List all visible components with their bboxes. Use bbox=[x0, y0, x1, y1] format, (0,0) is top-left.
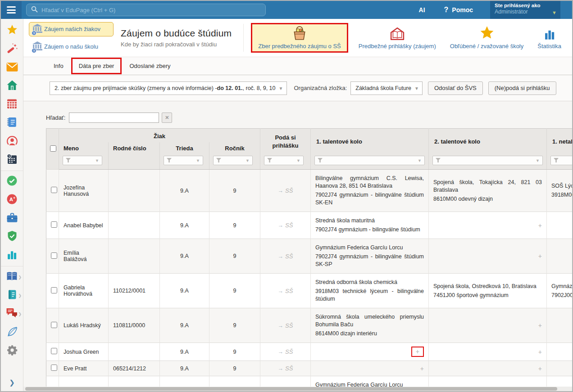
horizontal-scrollbar[interactable] bbox=[23, 387, 572, 391]
round1-cell[interactable]: Súkromná škola umeleckého priemyslu Bohu… bbox=[311, 308, 429, 343]
add-school-button[interactable]: + bbox=[538, 348, 542, 356]
module-toolbar: 9 Záujem našich žiakov 9 Záujem o našu š… bbox=[23, 19, 572, 57]
sidebar-item-briefcase[interactable] bbox=[1, 209, 23, 228]
row-checkbox[interactable] bbox=[51, 221, 57, 228]
filter-trieda[interactable]: ▼ bbox=[164, 156, 203, 165]
round2-cell[interactable]: + bbox=[429, 343, 547, 361]
sidebar-item-wand[interactable] bbox=[1, 40, 23, 59]
add-school-button[interactable]: + bbox=[538, 365, 542, 372]
submenu-chevron-icon: ❯ bbox=[18, 293, 22, 298]
round2-cell[interactable]: + bbox=[429, 308, 547, 343]
row-checkbox[interactable] bbox=[51, 252, 57, 259]
filter-poda[interactable]: ▼ bbox=[264, 156, 304, 165]
ai-button[interactable]: AI bbox=[419, 6, 425, 14]
sidebar-item-gear[interactable] bbox=[1, 342, 23, 360]
row-checkbox-cell bbox=[46, 239, 59, 274]
sidebar-item-library[interactable]: ❯ bbox=[1, 268, 23, 286]
round1-cell[interactable]: Bilingválne gymnázium C.S. Lewisa, Haano… bbox=[311, 170, 429, 212]
add-school-button[interactable]: + bbox=[538, 322, 542, 329]
add-school-button[interactable]: + bbox=[538, 222, 542, 229]
sidebar-item-home[interactable] bbox=[1, 77, 23, 95]
sidebar-item-mail[interactable] bbox=[1, 59, 23, 77]
toggle-application-button[interactable]: (Ne)podá si prihlášku bbox=[488, 81, 556, 95]
round2-cell[interactable]: + bbox=[429, 212, 547, 239]
sidebar-item-person[interactable] bbox=[1, 132, 23, 151]
sidebar-item-bar-chart-teal[interactable] bbox=[1, 246, 23, 265]
round2-cell[interactable]: Spojená škola, Tokajícka 24, 821 03 Brat… bbox=[429, 170, 547, 212]
sidebar-item-calendar-clock[interactable] bbox=[1, 151, 23, 169]
row-checkbox[interactable] bbox=[51, 322, 57, 328]
class-cell: 9.A bbox=[160, 239, 209, 274]
tab-info[interactable]: Info bbox=[46, 58, 71, 74]
filter-kolo2[interactable]: ▼ bbox=[432, 156, 543, 165]
add-school-button[interactable]: + bbox=[538, 252, 542, 260]
collection-select[interactable]: 2. zber záujmu pre prijímacie skúšky (zm… bbox=[50, 81, 287, 95]
filter-kolo1[interactable]: ▼ bbox=[314, 156, 425, 165]
sidebar-item-star[interactable] bbox=[1, 22, 23, 40]
filter-rocnik[interactable]: ▼ bbox=[213, 156, 253, 165]
sidebar-item-check-circle[interactable] bbox=[1, 172, 23, 191]
round3-cell[interactable]: + bbox=[547, 212, 572, 239]
round3-cell[interactable]: + bbox=[547, 308, 572, 343]
sidebar-item-pen[interactable] bbox=[1, 323, 23, 342]
row-checkbox[interactable] bbox=[51, 348, 57, 354]
row-checkbox[interactable] bbox=[51, 187, 57, 193]
round2-cell[interactable]: Spojená škola, Ostredková 10, Bratislava… bbox=[429, 274, 547, 308]
action-basket-button[interactable]: Zber predbežného záujmu o SŠ bbox=[251, 23, 348, 53]
action-bar-chart-blue-button[interactable]: Štatistika bbox=[534, 23, 565, 52]
select-all-checkbox[interactable] bbox=[50, 145, 56, 152]
funnel-icon bbox=[267, 157, 272, 164]
clear-search-button[interactable]: ✕ bbox=[162, 113, 172, 123]
round3-cell[interactable]: + bbox=[547, 343, 572, 361]
round1-cell[interactable]: Gymnázium Federica Garcíu Lorcu7902J74 g… bbox=[311, 239, 429, 274]
sidebar: A+❯❯❯❯ bbox=[1, 19, 23, 391]
filter-meno[interactable]: ▼ bbox=[63, 156, 102, 165]
edupage-window: AI ? Pomoc Ste prihlásený ako Administrá… bbox=[0, 0, 573, 392]
sidebar-item-notebook[interactable] bbox=[1, 114, 23, 132]
sidebar-item-shield-check[interactable] bbox=[1, 228, 23, 246]
org-unit-label: Organizačná zložka: bbox=[294, 85, 347, 91]
round3-cell[interactable]: SOŠ Lýce3918M00 bbox=[547, 170, 572, 212]
round3-cell[interactable]: + bbox=[547, 361, 572, 376]
round3-cell[interactable]: + bbox=[547, 239, 572, 274]
class-cell: 9.A bbox=[160, 170, 209, 212]
action-school-book-button[interactable]: Predbežné prihlášky (záujem) bbox=[355, 23, 440, 52]
round2-cell[interactable]: + bbox=[429, 361, 547, 376]
sidebar-expand-button[interactable]: ❯ bbox=[9, 378, 15, 387]
round1-cell[interactable]: Stredná škola maturitná7902J74 gymnázium… bbox=[311, 212, 429, 239]
toolbar-actions: Zber predbežného záujmu o SŠPredbežné pr… bbox=[244, 19, 572, 57]
round1-cell[interactable]: + bbox=[311, 343, 429, 361]
page-subtitle: Kde by žiaci radi pokračovali v štúdiu bbox=[121, 41, 232, 48]
row-checkbox[interactable] bbox=[51, 365, 57, 371]
hamburger-menu-icon[interactable] bbox=[1, 1, 22, 19]
global-search-input[interactable] bbox=[41, 7, 261, 14]
year-cell: 9 bbox=[209, 239, 260, 274]
filter-kolo3[interactable]: ▼ bbox=[550, 156, 572, 165]
user-menu[interactable]: Ste prihlásený ako Administrátor ▼ bbox=[490, 1, 560, 19]
action-mail-star-button[interactable]: Správy od škôl bbox=[572, 23, 572, 52]
nav-zaujem-nasich-ziakov-button[interactable]: 9 Záujem našich žiakov bbox=[29, 22, 114, 36]
global-search[interactable] bbox=[26, 4, 266, 16]
round1-cell[interactable]: + bbox=[311, 361, 429, 376]
tab-data-pre-zber[interactable]: Dáta pre zber bbox=[71, 58, 122, 74]
round1-cell[interactable]: Stredná odborná škola chemická3918M03 te… bbox=[311, 274, 429, 308]
action-star-big-button[interactable]: Obľúbené / zvažované školy bbox=[446, 23, 528, 52]
add-school-button[interactable]: + bbox=[420, 365, 424, 372]
add-school-button[interactable]: + bbox=[411, 347, 424, 357]
class-cell: 9.A bbox=[160, 212, 209, 239]
tab-odoslane-zbery[interactable]: Odoslané zbery bbox=[122, 58, 178, 74]
round2-cell[interactable]: + bbox=[429, 239, 547, 274]
org-unit-select[interactable]: Základná škola Future ▼ bbox=[350, 81, 423, 95]
sidebar-item-calendar[interactable] bbox=[1, 95, 23, 114]
nav-zaujem-o-nasu-skolu-button[interactable]: 9 Záujem o našu školu bbox=[29, 40, 114, 54]
sidebar-item-grade-a-plus[interactable]: A+ bbox=[1, 191, 23, 209]
scrollbar-thumb[interactable] bbox=[25, 387, 557, 391]
row-checkbox[interactable] bbox=[51, 287, 57, 293]
sidebar-item-chat[interactable]: ❯ bbox=[1, 305, 23, 323]
round3-cell[interactable]: Gymnáziu7902J00 bbox=[547, 274, 572, 308]
sidebar-item-document[interactable]: ❯ bbox=[1, 286, 23, 305]
birth-number-cell bbox=[109, 239, 160, 274]
table-search-input[interactable] bbox=[69, 113, 159, 123]
help-button[interactable]: ? Pomoc bbox=[444, 6, 473, 14]
send-to-svs-button[interactable]: Odoslať do ŠVS bbox=[428, 81, 483, 95]
